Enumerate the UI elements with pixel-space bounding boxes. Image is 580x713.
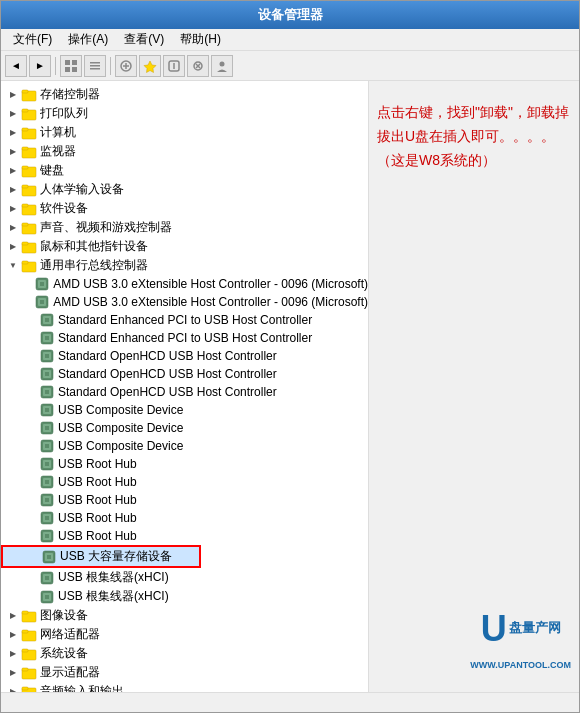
tree-item-usb4[interactable]: Standard Enhanced PCI to USB Host Contro… (1, 329, 368, 347)
svg-rect-84 (45, 576, 49, 580)
expand-icon[interactable]: ▶ (5, 627, 21, 643)
device-icon (39, 570, 55, 586)
tree-item-usb_comp1[interactable]: USB Composite Device (1, 401, 368, 419)
tree-item-software[interactable]: ▶ 软件设备 (1, 199, 368, 218)
tree-item-sound[interactable]: ▶ 声音、视频和游戏控制器 (1, 218, 368, 237)
device-icon (21, 665, 37, 681)
expand-icon[interactable]: ▶ (5, 163, 21, 179)
tree-item-usb_hub_xhci2[interactable]: USB 根集线器(xHCI) (1, 587, 368, 606)
device-icon (39, 402, 55, 418)
tree-item-printer[interactable]: ▶ 打印队列 (1, 104, 368, 123)
tree-item-usb_comp3[interactable]: USB Composite Device (1, 437, 368, 455)
device-icon (21, 87, 37, 103)
menu-file[interactable]: 文件(F) (5, 29, 60, 50)
toolbar-btn-1[interactable] (60, 55, 82, 77)
item-label: 软件设备 (40, 200, 88, 217)
tree-item-keyboard[interactable]: ▶ 键盘 (1, 161, 368, 180)
item-label: Standard Enhanced PCI to USB Host Contro… (58, 331, 312, 345)
item-label: 监视器 (40, 143, 76, 160)
expand-icon[interactable]: ▼ (5, 258, 21, 274)
expand-icon[interactable]: ▶ (5, 220, 21, 236)
toolbar-btn-2[interactable] (84, 55, 106, 77)
tree-item-usb_hub2[interactable]: USB Root Hub (1, 473, 368, 491)
back-button[interactable]: ◄ (5, 55, 27, 77)
svg-rect-66 (45, 462, 49, 466)
device-icon (39, 510, 55, 526)
window-title: 设备管理器 (258, 6, 323, 24)
item-label: USB Root Hub (58, 511, 137, 525)
tree-item-usb5[interactable]: Standard OpenHCD USB Host Controller (1, 347, 368, 365)
logo-brand: 盘量产网 (509, 618, 561, 639)
svg-point-13 (220, 61, 225, 66)
expand-icon[interactable]: ▶ (5, 201, 21, 217)
tree-item-usb_mass[interactable]: USB 大容量存储设备 (1, 545, 201, 568)
device-icon (39, 474, 55, 490)
tree-item-usb_hub_xhci1[interactable]: USB 根集线器(xHCI) (1, 568, 368, 587)
tree-item-network[interactable]: ▶ 网络适配器 (1, 625, 368, 644)
tree-item-usb_hub3[interactable]: USB Root Hub (1, 491, 368, 509)
menu-help[interactable]: 帮助(H) (172, 29, 229, 50)
toolbar-btn-4[interactable] (139, 55, 161, 77)
menu-view[interactable]: 查看(V) (116, 29, 172, 50)
svg-rect-33 (22, 261, 28, 264)
item-label: USB 大容量存储设备 (60, 548, 172, 565)
toolbar-btn-3[interactable] (115, 55, 137, 77)
tree-item-display[interactable]: ▶ 显示适配器 (1, 663, 368, 682)
tree-item-usb7[interactable]: Standard OpenHCD USB Host Controller (1, 383, 368, 401)
tree-item-usb_comp2[interactable]: USB Composite Device (1, 419, 368, 437)
expand-icon[interactable]: ▶ (5, 87, 21, 103)
tree-item-hid[interactable]: ▶ 人体学输入设备 (1, 180, 368, 199)
tree-item-usb_hub4[interactable]: USB Root Hub (1, 509, 368, 527)
expand-icon[interactable]: ▶ (5, 608, 21, 624)
tree-item-usb6[interactable]: Standard OpenHCD USB Host Controller (1, 365, 368, 383)
tree-item-imaging[interactable]: ▶ 图像设备 (1, 606, 368, 625)
tree-item-usb_hub5[interactable]: USB Root Hub (1, 527, 368, 545)
svg-rect-42 (45, 318, 49, 322)
expand-icon[interactable]: ▶ (5, 144, 21, 160)
tree-item-monitor[interactable]: ▶ 监视器 (1, 142, 368, 161)
tree-item-usb_hub1[interactable]: USB Root Hub (1, 455, 368, 473)
device-tree[interactable]: ▶ 存储控制器▶ 打印队列▶ 计算机▶ 监视器▶ 键盘▶ 人体学输入设备▶ 软件… (1, 81, 369, 692)
expand-icon[interactable]: ▶ (5, 239, 21, 255)
device-icon (21, 201, 37, 217)
toolbar-btn-6[interactable] (187, 55, 209, 77)
expand-icon[interactable]: ▶ (5, 125, 21, 141)
item-label: Standard OpenHCD USB Host Controller (58, 349, 277, 363)
device-icon (39, 456, 55, 472)
menu-bar: 文件(F) 操作(A) 查看(V) 帮助(H) (1, 29, 579, 51)
device-icon (21, 608, 37, 624)
expand-icon[interactable]: ▶ (5, 684, 21, 693)
svg-rect-60 (45, 426, 49, 430)
menu-action[interactable]: 操作(A) (60, 29, 116, 50)
expand-icon[interactable]: ▶ (5, 182, 21, 198)
toolbar: ◄ ► (1, 51, 579, 81)
tree-item-storage[interactable]: ▶ 存储控制器 (1, 85, 368, 104)
tree-item-mouse[interactable]: ▶ 鼠标和其他指针设备 (1, 237, 368, 256)
svg-rect-75 (45, 516, 49, 520)
svg-rect-15 (22, 90, 28, 93)
forward-button[interactable]: ► (29, 55, 51, 77)
expand-icon[interactable]: ▶ (5, 646, 21, 662)
device-icon (39, 366, 55, 382)
tree-item-usb1[interactable]: AMD USB 3.0 eXtensible Host Controller -… (1, 275, 368, 293)
svg-rect-57 (45, 408, 49, 412)
item-label: USB 根集线器(xHCI) (58, 569, 169, 586)
tree-item-usb2[interactable]: AMD USB 3.0 eXtensible Host Controller -… (1, 293, 368, 311)
tree-item-computer[interactable]: ▶ 计算机 (1, 123, 368, 142)
tree-item-system[interactable]: ▶ 系统设备 (1, 644, 368, 663)
toolbar-btn-5[interactable] (163, 55, 185, 77)
svg-rect-45 (45, 336, 49, 340)
tree-item-audio_input[interactable]: ▶ 音频输入和输出 (1, 682, 368, 692)
item-label: USB Composite Device (58, 421, 183, 435)
logo-url: WWW.UPANTOOL.COM (470, 658, 571, 672)
expand-icon[interactable]: ▶ (5, 106, 21, 122)
tree-item-usb3[interactable]: Standard Enhanced PCI to USB Host Contro… (1, 311, 368, 329)
toolbar-btn-7[interactable] (211, 55, 233, 77)
tree-item-usb_root[interactable]: ▼ 通用串行总线控制器 (1, 256, 368, 275)
item-label: 网络适配器 (40, 626, 100, 643)
content-area: ▶ 存储控制器▶ 打印队列▶ 计算机▶ 监视器▶ 键盘▶ 人体学输入设备▶ 软件… (1, 81, 579, 692)
svg-rect-95 (22, 668, 28, 671)
device-icon (39, 589, 55, 605)
expand-icon[interactable]: ▶ (5, 665, 21, 681)
svg-rect-31 (22, 242, 28, 245)
